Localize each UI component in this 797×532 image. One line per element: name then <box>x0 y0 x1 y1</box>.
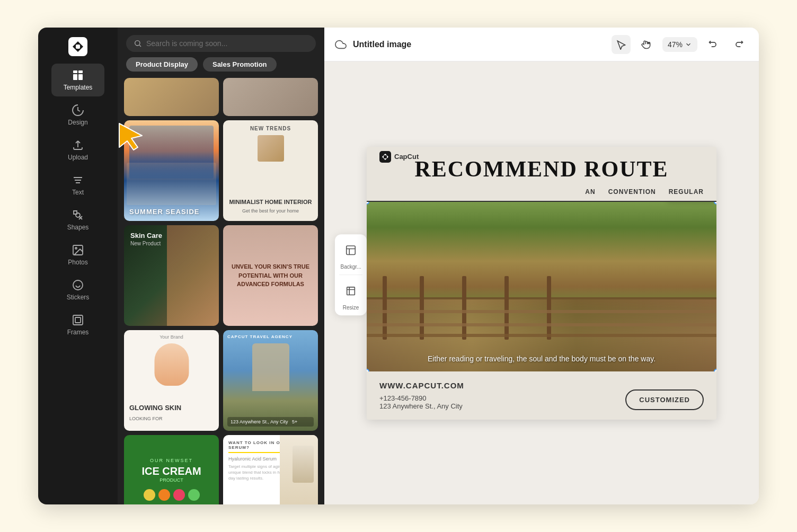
template-icecream-title: ICE CREAM <box>141 465 201 477</box>
capcut-watermark: CapCut <box>379 151 419 163</box>
template-travel-address: 123 Anywhere St., Any City 5+ <box>227 417 314 427</box>
design-main-title: RECOMMEND ROUTE <box>379 156 704 182</box>
undo-icon <box>708 39 719 50</box>
design-image[interactable]: Either reading or traveling, the soul an… <box>367 202 716 371</box>
hand-icon <box>641 39 652 50</box>
template-minimalist-subtitle: NEW TRENDS <box>250 126 291 131</box>
background-icon <box>345 244 357 256</box>
svg-rect-5 <box>78 74 83 80</box>
design-nav-an: AN <box>585 188 595 196</box>
svg-rect-1 <box>76 45 80 49</box>
filter-product-display[interactable]: Product Display <box>126 57 198 72</box>
svg-rect-16 <box>347 287 355 295</box>
design-nav-convention: CONVENTION <box>608 188 656 196</box>
template-minimalist-title: MINIMALIST HOME INTERIOR <box>228 199 313 205</box>
design-footer-right: CUSTOMIZED <box>625 389 704 410</box>
search-bar <box>118 28 324 57</box>
canvas-area: Untitled image 47% <box>324 28 759 504</box>
capcut-logo-icon <box>379 151 391 163</box>
sidebar-item-upload[interactable]: Upload <box>51 134 104 166</box>
pointer-icon <box>616 39 626 50</box>
chevron-down-icon <box>685 41 692 48</box>
customized-btn[interactable]: CUSTOMIZED <box>625 389 704 410</box>
template-glowing-title: GLOWING SKIN <box>129 404 214 412</box>
sidebar-item-photos[interactable]: Photos <box>51 238 104 271</box>
background-label: Backgr... <box>339 264 362 270</box>
hand-tool-btn[interactable] <box>637 35 656 54</box>
document-title: Untitled image <box>353 40 411 49</box>
svg-point-14 <box>135 41 140 46</box>
template-summer-title: SUMMER SEASIDE <box>129 208 214 216</box>
svg-point-9 <box>73 280 83 290</box>
zoom-control[interactable]: 47% <box>662 37 697 52</box>
svg-point-8 <box>75 247 77 249</box>
svg-rect-3 <box>78 70 83 73</box>
svg-rect-15 <box>347 246 356 255</box>
template-card-top-2[interactable] <box>223 78 318 116</box>
canvas-workspace: Backgr... Resize <box>324 61 759 504</box>
template-skincare-title: Skin Care <box>130 232 162 240</box>
design-header: RECOMMEND ROUTE <box>367 147 716 188</box>
capcut-brand-name: CapCut <box>394 153 419 161</box>
template-card-skincare[interactable]: Skin Care New Product <box>124 225 219 326</box>
template-glowing-sub: LOOKING FOR <box>129 416 214 421</box>
background-tool-btn[interactable] <box>339 238 362 262</box>
filter-sales-promotion[interactable]: Sales Promotion <box>203 57 277 72</box>
template-panel: Product Display Sales Promotion SUMMER S… <box>118 28 324 504</box>
design-footer-left: WWW.CAPCUT.COM +123-456-7890 123 Anywher… <box>379 381 464 410</box>
design-caption: Either reading or traveling, the soul an… <box>384 353 699 365</box>
design-website: WWW.CAPCUT.COM <box>379 381 464 390</box>
template-card-travel[interactable]: CAPCUT TRAVEL AGENCY 123 Anywhere St., A… <box>223 330 318 431</box>
sidebar-item-text[interactable]: Text <box>51 169 104 201</box>
search-icon <box>134 39 142 48</box>
app-logo <box>67 36 88 57</box>
sidebar-item-templates[interactable]: Templates <box>51 64 104 96</box>
sidebar: Templates Design Upload Text <box>38 28 118 504</box>
template-minimalist-sub: Get the best for your home <box>228 208 313 214</box>
filter-buttons: Product Display Sales Promotion <box>118 57 324 78</box>
design-phone: +123-456-7890 <box>379 394 464 402</box>
template-card-top-1[interactable] <box>124 78 219 116</box>
search-input-wrap[interactable] <box>126 35 316 52</box>
svg-rect-4 <box>73 74 77 80</box>
template-card-serum[interactable]: WANT TO LOOK IN OUR GLOW SERUM? Hyaluron… <box>223 435 318 504</box>
design-nav-regular: REGULAR <box>669 188 704 196</box>
topbar-right: 47% <box>612 35 748 54</box>
undo-btn[interactable] <box>704 35 723 54</box>
float-toolbar: Backgr... Resize <box>335 234 367 315</box>
sidebar-item-design[interactable]: Design <box>51 99 104 131</box>
template-card-icecream[interactable]: OUR NEWSET ICE CREAM PRODUCT CHOCOLATE V… <box>124 435 219 504</box>
cloud-icon <box>335 39 347 50</box>
design-footer: WWW.CAPCUT.COM +123-456-7890 123 Anywher… <box>367 371 716 420</box>
main-container: Templates Design Upload Text <box>38 28 759 504</box>
zoom-value: 47% <box>668 40 683 49</box>
sidebar-item-frames[interactable]: Frames <box>51 308 104 341</box>
topbar: Untitled image 47% <box>324 28 759 61</box>
resize-label: Resize <box>339 305 362 311</box>
design-image-container: Either reading or traveling, the soul an… <box>367 202 716 371</box>
svg-rect-2 <box>73 70 77 73</box>
template-card-unveil[interactable]: UNVEIL YOUR SKIN'S TRUE POTENTIAL WITH O… <box>223 225 318 326</box>
redo-icon <box>733 39 744 50</box>
svg-rect-12 <box>73 315 83 325</box>
search-input[interactable] <box>146 39 308 48</box>
template-unveil-title: UNVEIL YOUR SKIN'S TRUE POTENTIAL WITH O… <box>231 262 311 289</box>
template-skincare-sub: New Product <box>130 241 162 246</box>
template-grid: SUMMER SEASIDE NEW TRENDS MINIMALIST HOM… <box>118 120 324 504</box>
design-address: 123 Anywhere St., Any City <box>379 402 464 410</box>
svg-rect-13 <box>75 317 81 323</box>
sidebar-item-stickers[interactable]: Stickers <box>51 273 104 306</box>
sidebar-item-shapes[interactable]: Shapes <box>51 203 104 236</box>
template-card-summer[interactable]: SUMMER SEASIDE <box>124 120 219 221</box>
pointer-tool-btn[interactable] <box>612 35 631 54</box>
design-nav: AN CONVENTION REGULAR <box>367 188 716 202</box>
redo-btn[interactable] <box>729 35 748 54</box>
template-card-glowing[interactable]: Your Brand GLOWING SKIN LOOKING FOR <box>124 330 219 431</box>
template-card-minimalist[interactable]: NEW TRENDS MINIMALIST HOME INTERIOR Get … <box>223 120 318 221</box>
resize-icon <box>345 285 357 297</box>
resize-tool-btn[interactable] <box>339 279 362 303</box>
design-canvas: CapCut RECOMMEND ROUTE AN CONVENTION REG… <box>367 147 716 420</box>
svg-rect-18 <box>384 155 387 158</box>
topbar-left: Untitled image <box>335 39 411 50</box>
